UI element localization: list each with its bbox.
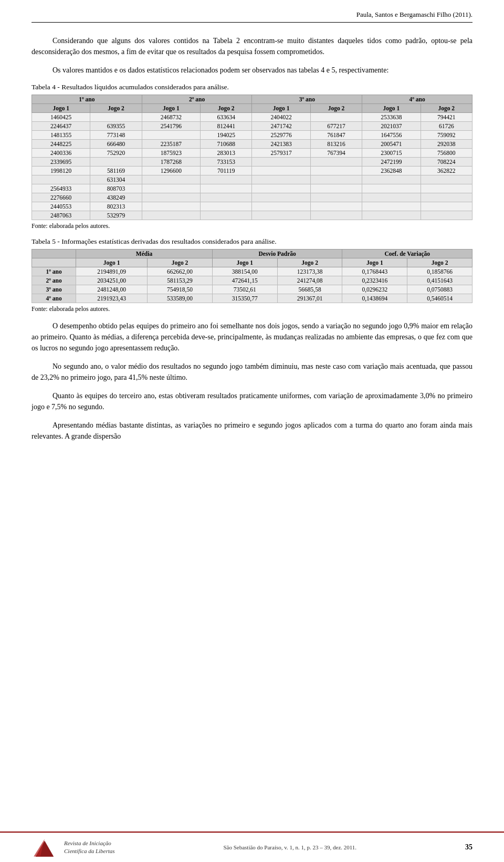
table-cell (310, 184, 362, 193)
body-paragraph-3: Quanto às equipes do terceiro ano, estas… (32, 390, 472, 412)
table-cell: 2246437 (32, 122, 90, 131)
t5-media: Média (76, 250, 213, 258)
table-cell: 1460425 (32, 113, 90, 122)
table-cell: 2021037 (362, 122, 421, 131)
table-cell: 0,4151643 (407, 276, 472, 285)
journal-line2: Científica da Libertas (64, 847, 115, 855)
table4-header-row: 1º ano 2º ano 3º ano 4º ano (32, 95, 472, 104)
table-cell (201, 211, 252, 220)
t5-j1-d: Jogo 1 (212, 258, 277, 267)
paragraphs-container: O desempenho obtido pelas equipes do pri… (32, 320, 472, 442)
table-cell: 794421 (421, 113, 472, 122)
table-cell: 754918,50 (148, 285, 213, 294)
col-1ano: 1º ano (32, 95, 142, 104)
table-cell: 2º ano (32, 276, 76, 285)
table-cell: 1481355 (32, 131, 90, 140)
table-row: 2º ano2034251,00581153,29472641,15241274… (32, 276, 472, 285)
footer-page-number: 35 (465, 843, 472, 851)
table-cell: 2191923,43 (76, 294, 148, 303)
col-3ano: 3º ano (252, 95, 362, 104)
t5-j1-c: Jogo 1 (342, 258, 407, 267)
table-cell: 472641,15 (212, 276, 277, 285)
table-cell: 533589,00 (148, 294, 213, 303)
body-paragraph-1: O desempenho obtido pelas equipes do pri… (32, 320, 472, 354)
table-cell: 767394 (310, 149, 362, 158)
footer-left: Revista de Iniciação Científica da Liber… (32, 837, 115, 858)
t4-j2-1: Jogo 2 (90, 104, 142, 113)
table-cell (310, 175, 362, 184)
table-cell: 813216 (310, 140, 362, 149)
table-cell (201, 193, 252, 202)
table-cell (421, 211, 472, 220)
table-cell (421, 184, 472, 193)
table-cell (252, 184, 310, 193)
table-cell: 194025 (201, 131, 252, 140)
col-2ano: 2º ano (142, 95, 252, 104)
table-cell (142, 193, 200, 202)
table-cell (90, 113, 142, 122)
table-cell: 2529776 (252, 131, 310, 140)
table-cell: 2339695 (32, 158, 90, 167)
body-paragraph-4: Apresentando médias bastante distintas, … (32, 420, 472, 442)
table-cell: 808703 (90, 184, 142, 193)
table-row: 4º ano2191923,43533589,00315350,77291367… (32, 294, 472, 303)
table-cell: 388154,00 (212, 267, 277, 276)
t5-j1-m: Jogo 1 (76, 258, 148, 267)
table-cell: 662662,00 (148, 267, 213, 276)
t4-j1-4: Jogo 1 (362, 104, 421, 113)
table-row: 2487063532979 (32, 211, 472, 220)
table-cell (362, 202, 421, 211)
table-cell: 0,1768443 (342, 267, 407, 276)
table-cell (421, 202, 472, 211)
t5-blank (32, 250, 76, 258)
table-cell: 2005471 (362, 140, 421, 149)
table-cell (362, 193, 421, 202)
t5-ano-header (32, 258, 76, 267)
table-cell: 1296600 (142, 167, 200, 175)
table-cell: 4º ano (32, 294, 76, 303)
table-cell (362, 211, 421, 220)
table-cell (252, 202, 310, 211)
table-row: 3º ano2481248,00754918,5073502,6156685,5… (32, 285, 472, 294)
table-cell: 666480 (90, 140, 142, 149)
t4-j1-3: Jogo 1 (252, 104, 310, 113)
table5-caption: Tabela 5 - Informações estatísticas deri… (32, 237, 472, 246)
table-cell: 1998120 (32, 167, 90, 175)
table-cell: 73502,61 (212, 285, 277, 294)
table-cell: 1º ano (32, 267, 76, 276)
table-cell: 438249 (90, 193, 142, 202)
table-cell: 0,0750883 (407, 285, 472, 294)
table-row: 2276660438249 (32, 193, 472, 202)
table-cell: 241274,08 (277, 276, 342, 285)
table-row: 2440553802313 (32, 202, 472, 211)
table-cell: 2472199 (362, 158, 421, 167)
table-cell: 759092 (421, 131, 472, 140)
table-cell: 2362848 (362, 167, 421, 175)
table-cell: 2471742 (252, 122, 310, 131)
table4-caption: Tabela 4 - Resultados líquidos acumulado… (32, 83, 472, 91)
table-cell: 2404022 (252, 113, 310, 122)
t5-j2-m: Jogo 2 (148, 258, 213, 267)
table-cell: 0,5460514 (407, 294, 472, 303)
table-cell: 2194891,09 (76, 267, 148, 276)
table-row: 631304 (32, 175, 472, 184)
table-cell (252, 175, 310, 184)
table-cell: 123173,38 (277, 267, 342, 276)
table-cell: 0,1438694 (342, 294, 407, 303)
table-cell: 2300715 (362, 149, 421, 158)
table4-intro: Os valores mantidos e os dados estatísti… (32, 65, 472, 76)
table-cell (90, 158, 142, 167)
table-row: 233969517872687331532472199708224 (32, 158, 472, 167)
table-cell (310, 202, 362, 211)
t4-j2-3: Jogo 2 (310, 104, 362, 113)
table-cell: 639355 (90, 122, 142, 131)
table-cell (310, 211, 362, 220)
table-cell: 752920 (90, 149, 142, 158)
t4-j1-1: Jogo 1 (32, 104, 90, 113)
table-cell: 2276660 (32, 193, 90, 202)
table-cell: 61726 (421, 122, 472, 131)
table-cell: 362822 (421, 167, 472, 175)
table-row: 1460425246873263363424040222533638794421 (32, 113, 472, 122)
table-cell (142, 184, 200, 193)
table-cell: 2034251,00 (76, 276, 148, 285)
